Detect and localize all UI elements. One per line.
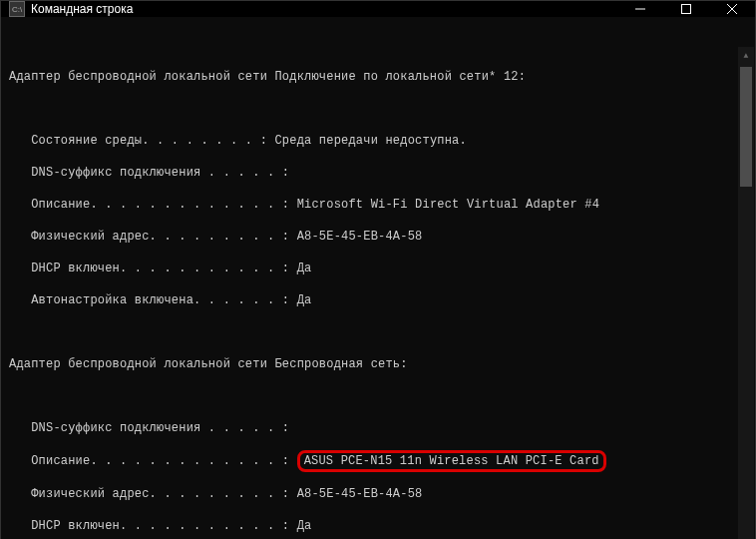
blank-line [9,388,747,404]
highlighted-adapter-name: ASUS PCE-N15 11n Wireless LAN PCI-E Card [297,450,606,472]
blank-line [9,324,747,340]
adapter2-header: Адаптер беспроводной локальной сети Бесп… [9,356,747,372]
adapter1-dns-suffix: DNS-суффикс подключения . . . . . : [9,165,747,181]
adapter2-dhcp: DHCP включен. . . . . . . . . . . : Да [9,518,747,534]
blank-line [9,37,747,53]
adapter1-dhcp: DHCP включен. . . . . . . . . . . : Да [9,261,747,276]
adapter1-description: Описание. . . . . . . . . . . . . : Micr… [9,197,747,213]
adapter1-auto: Автонастройка включена. . . . . . : Да [9,292,747,308]
adapter1-mac: Физический адрес. . . . . . . . . : A8-5… [9,229,747,245]
vertical-scrollbar[interactable]: ▲ ▼ [738,47,754,539]
blank-line [9,101,747,117]
adapter2-description: Описание. . . . . . . . . . . . . : ASUS… [9,452,747,470]
scrollbar-thumb[interactable] [740,67,752,187]
maximize-button[interactable] [663,1,709,17]
window-title: Командная строка [31,2,617,16]
minimize-button[interactable] [617,1,663,17]
scroll-up-arrow-icon[interactable]: ▲ [738,47,754,63]
cmd-icon: C:\ [9,1,25,17]
close-button[interactable] [709,1,755,17]
window-controls [617,1,755,17]
adapter1-header: Адаптер беспроводной локальной сети Подк… [9,69,747,85]
adapter2-dns-suffix: DNS-суффикс подключения . . . . . : [9,420,747,436]
titlebar[interactable]: C:\ Командная строка [1,1,755,17]
svg-rect-1 [682,5,691,14]
command-prompt-window: C:\ Командная строка Адаптер беспроводно… [0,0,756,539]
adapter2-mac: Физический адрес. . . . . . . . . : A8-5… [9,486,747,502]
adapter1-state: Состояние среды. . . . . . . . : Среда п… [9,133,747,149]
content-area: Адаптер беспроводной локальной сети Подк… [1,17,755,539]
terminal-output[interactable]: Адаптер беспроводной локальной сети Подк… [1,17,755,539]
